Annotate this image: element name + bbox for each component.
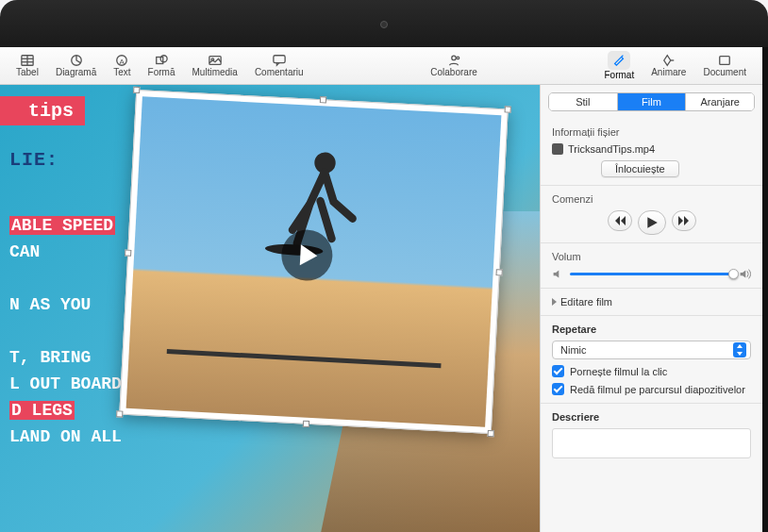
rewind-icon (614, 215, 626, 226)
selection-handle[interactable] (125, 249, 131, 256)
inspector-tabs: Stil Film Aranjare (548, 92, 755, 111)
selection-handle[interactable] (496, 269, 503, 275)
svg-rect-11 (274, 56, 285, 63)
slide-canvas[interactable]: tips LIE: ABLE SPEED CAN N AS YOU T, BRI… (0, 85, 540, 532)
description-label: Descriere (552, 411, 751, 423)
toolbar-animare[interactable]: Animare (643, 54, 694, 77)
toolbar-label: Animare (651, 67, 686, 77)
toolbar-label: Multimedia (192, 67, 238, 77)
svg-point-8 (160, 56, 167, 62)
toolbar-forma[interactable]: Formă (140, 54, 184, 77)
toolbar-label: Format (605, 70, 635, 80)
toolbar-label: Formă (148, 67, 175, 77)
selection-handle[interactable] (505, 106, 511, 112)
text-icon: A (114, 54, 129, 67)
format-inspector: Stil Film Aranjare Informații fișier Tri… (540, 85, 762, 532)
svg-rect-14 (720, 57, 730, 65)
toolbar-label: Tabel (16, 67, 39, 77)
section-edit-movie: Editare film (541, 289, 762, 316)
section-volume: Volum (541, 243, 762, 289)
svg-rect-7 (157, 58, 163, 64)
fastforward-icon (678, 215, 690, 226)
selection-handle[interactable] (133, 87, 140, 93)
file-info-label: Informații fișier (552, 126, 751, 138)
selection-handle[interactable] (319, 96, 326, 103)
section-description: Descriere (541, 404, 762, 466)
play-button[interactable] (638, 210, 666, 235)
rewind-button[interactable] (608, 210, 632, 231)
checkbox-label: Redă filmul pe parcursul diapozitivelor (570, 384, 745, 395)
volume-label: Volum (552, 251, 751, 262)
toolbar-comentariu[interactable]: Comentariu (246, 54, 312, 77)
svg-text:A: A (120, 58, 125, 66)
volume-low-icon (552, 268, 564, 280)
toolbar-tabel[interactable]: Tabel (8, 54, 47, 77)
format-icon (611, 53, 626, 66)
repeat-value: Nimic (560, 344, 587, 356)
toolbar-text[interactable]: A Text (105, 54, 139, 77)
toolbar-label: Colaborare (430, 67, 476, 77)
file-name: TricksandTips.mp4 (568, 143, 655, 155)
checkbox-icon (552, 383, 564, 395)
section-file-info: Informații fișier TricksandTips.mp4 Înlo… (541, 119, 762, 186)
document-icon (717, 54, 732, 67)
body-text: ABLE SPEED CAN N AS YOU T, BRING L OUT B… (9, 212, 122, 450)
checkbox-play-across-slides[interactable]: Redă filmul pe parcursul diapozitivelor (552, 383, 751, 395)
controls-label: Comenzi (552, 193, 751, 205)
fastforward-button[interactable] (672, 210, 696, 231)
toolbar-label: Diagramă (56, 67, 96, 77)
media-icon (208, 54, 223, 67)
main-toolbar: Tabel Diagramă A Text Formă Multimedia C… (0, 47, 762, 85)
section-controls: Comenzi (541, 186, 762, 243)
subtitle-text: LIE: (9, 149, 58, 171)
select-arrows-icon (733, 342, 746, 357)
toolbar-label: Comentariu (255, 67, 304, 77)
description-textarea[interactable] (552, 428, 751, 458)
laptop-bezel (0, 0, 768, 47)
selection-handle[interactable] (116, 410, 123, 417)
toolbar-document[interactable]: Document (694, 54, 755, 77)
replace-button[interactable]: Înlocuiește (601, 160, 679, 177)
selection-handle[interactable] (302, 421, 309, 427)
chevron-right-icon (552, 298, 557, 306)
checkbox-start-on-click[interactable]: Pornește filmul la clic (552, 365, 751, 377)
chart-icon (69, 54, 84, 67)
file-icon (552, 143, 563, 155)
toolbar-colaborare[interactable]: Colaborare (422, 54, 485, 77)
video-object[interactable] (119, 90, 509, 434)
svg-point-13 (457, 57, 459, 59)
shape-icon (154, 54, 169, 67)
toolbar-label: Text (113, 67, 130, 77)
play-icon (645, 216, 659, 229)
toolbar-format[interactable]: Format (596, 51, 643, 80)
app-window: Tabel Diagramă A Text Formă Multimedia C… (0, 47, 762, 532)
toolbar-label: Document (703, 67, 746, 77)
tab-aranjare[interactable]: Aranjare (686, 93, 754, 110)
tab-stil[interactable]: Stil (549, 93, 618, 110)
toolbar-diagrama[interactable]: Diagramă (47, 54, 105, 77)
rail-graphic (167, 349, 442, 368)
checkbox-icon (552, 365, 564, 377)
repeat-select[interactable]: Nimic (552, 341, 751, 359)
toolbar-multimedia[interactable]: Multimedia (184, 54, 246, 77)
file-row: TricksandTips.mp4 (552, 143, 751, 155)
camera-dot (380, 21, 388, 28)
play-icon (299, 244, 317, 266)
volume-high-icon (739, 268, 751, 280)
animate-icon (661, 54, 676, 67)
tab-film[interactable]: Film (618, 93, 687, 110)
checkbox-label: Pornește filmul la clic (570, 366, 667, 377)
volume-thumb[interactable] (728, 269, 739, 279)
laptop-right-bezel (762, 47, 768, 532)
title-chip: tips (0, 96, 85, 125)
repeat-label: Repetare (552, 324, 751, 335)
edit-movie-disclosure[interactable]: Editare film (552, 296, 751, 308)
svg-point-12 (452, 56, 456, 59)
collaborate-icon (446, 54, 461, 67)
selection-handle[interactable] (488, 430, 494, 437)
volume-slider[interactable] (570, 273, 733, 275)
table-icon (20, 54, 35, 67)
section-repeat: Repetare Nimic Pornește filmul la clic R… (541, 316, 762, 404)
edit-movie-label: Editare film (560, 296, 612, 308)
comment-icon (272, 54, 287, 67)
